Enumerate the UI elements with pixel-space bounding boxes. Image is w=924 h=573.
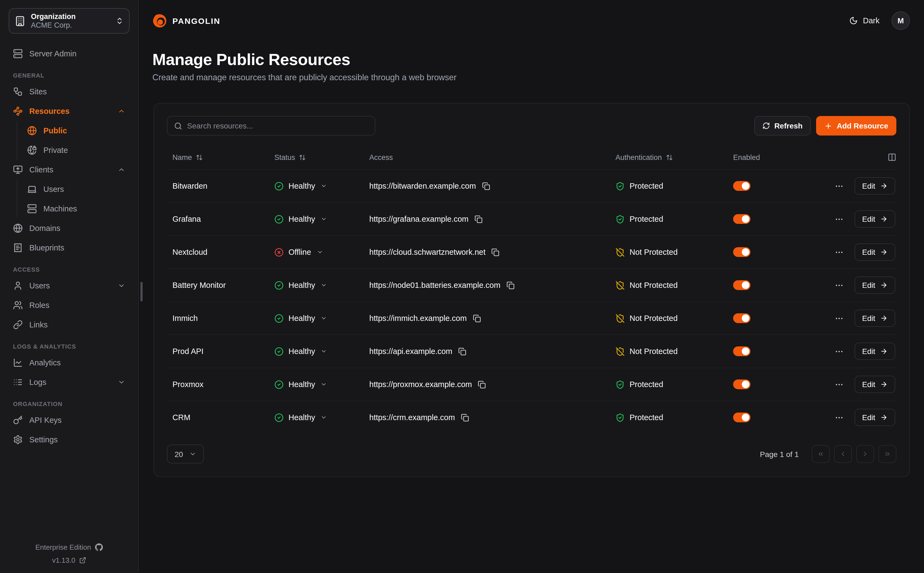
column-header-name[interactable]: Name bbox=[172, 153, 274, 161]
add-resource-button[interactable]: Add Resource bbox=[816, 116, 896, 136]
sort-icon bbox=[196, 154, 203, 161]
sidebar-scrollbar-thumb[interactable] bbox=[141, 282, 143, 301]
copy-url-button[interactable] bbox=[506, 281, 515, 289]
sidebar-item-settings[interactable]: Settings bbox=[9, 431, 130, 449]
organization-switcher[interactable]: Organization ACME Corp. bbox=[9, 8, 130, 34]
page-size-select[interactable]: 20 bbox=[167, 445, 204, 463]
row-menu-button[interactable] bbox=[835, 247, 844, 257]
sidebar-item-analytics[interactable]: Analytics bbox=[9, 354, 130, 372]
edit-label: Edit bbox=[862, 380, 875, 389]
sidebar-item-blueprints[interactable]: Blueprints bbox=[9, 238, 130, 257]
row-menu-button[interactable] bbox=[835, 214, 844, 224]
status-dropdown[interactable]: Healthy bbox=[274, 380, 327, 389]
arrow-right-icon bbox=[880, 315, 888, 322]
theme-toggle[interactable]: Dark bbox=[849, 16, 880, 25]
enabled-toggle[interactable] bbox=[733, 313, 750, 323]
github-icon[interactable] bbox=[95, 543, 103, 551]
row-menu-button[interactable] bbox=[835, 413, 844, 422]
enabled-toggle[interactable] bbox=[733, 181, 750, 191]
sidebar-section-organization: ORGANIZATION bbox=[13, 401, 125, 407]
copy-url-button[interactable] bbox=[473, 314, 481, 322]
avatar[interactable]: M bbox=[891, 11, 910, 30]
status-dropdown[interactable]: Healthy bbox=[274, 181, 327, 191]
main-content: PANGOLIN Dark M Manage Public Resources … bbox=[139, 0, 924, 573]
last-page-button[interactable] bbox=[879, 445, 896, 463]
copy-url-button[interactable] bbox=[492, 248, 500, 256]
copy-url-button[interactable] bbox=[478, 380, 486, 388]
resource-url[interactable]: https://grafana.example.com bbox=[369, 214, 468, 223]
sidebar-item-domains[interactable]: Domains bbox=[9, 219, 130, 238]
sidebar-item-resources[interactable]: Resources bbox=[9, 102, 130, 121]
edit-button[interactable]: Edit bbox=[855, 409, 895, 426]
refresh-icon bbox=[763, 122, 770, 130]
circle-check-icon bbox=[274, 380, 283, 389]
sidebar-item-logs[interactable]: Logs bbox=[9, 373, 130, 391]
status-label: Healthy bbox=[288, 281, 315, 290]
resource-url[interactable]: https://proxmox.example.com bbox=[369, 380, 472, 389]
copy-url-button[interactable] bbox=[461, 413, 469, 421]
sidebar-item-roles[interactable]: Roles bbox=[9, 296, 130, 315]
row-menu-button[interactable] bbox=[835, 314, 844, 323]
copy-url-button[interactable] bbox=[482, 182, 490, 190]
status-dropdown[interactable]: Healthy bbox=[274, 214, 327, 224]
copy-url-button[interactable] bbox=[458, 347, 466, 355]
sidebar-item-private[interactable]: Private bbox=[17, 141, 130, 160]
status-dropdown[interactable]: Offline bbox=[274, 247, 323, 257]
sidebar-item-public[interactable]: Public bbox=[17, 121, 130, 140]
status-dropdown[interactable]: Healthy bbox=[274, 413, 327, 422]
enabled-toggle[interactable] bbox=[733, 379, 750, 389]
refresh-button[interactable]: Refresh bbox=[754, 116, 811, 136]
row-menu-button[interactable] bbox=[835, 347, 844, 356]
resource-name: Proxmox bbox=[172, 380, 274, 389]
status-dropdown[interactable]: Healthy bbox=[274, 347, 327, 356]
row-menu-button[interactable] bbox=[835, 380, 844, 389]
enabled-toggle[interactable] bbox=[733, 247, 750, 257]
edit-button[interactable]: Edit bbox=[855, 177, 895, 195]
row-menu-button[interactable] bbox=[835, 280, 844, 290]
sidebar-item-server-admin[interactable]: Server Admin bbox=[9, 44, 130, 63]
row-menu-button[interactable] bbox=[835, 181, 844, 191]
server-icon bbox=[27, 204, 37, 214]
sidebar-item-users[interactable]: Users bbox=[9, 277, 130, 295]
search-input[interactable] bbox=[187, 121, 368, 130]
edit-button[interactable]: Edit bbox=[855, 343, 895, 360]
search-box bbox=[167, 116, 375, 136]
sidebar-item-label: Server Admin bbox=[29, 49, 77, 58]
enabled-toggle[interactable] bbox=[733, 214, 750, 224]
arrow-right-icon bbox=[880, 380, 888, 388]
enabled-toggle[interactable] bbox=[733, 413, 750, 422]
status-dropdown[interactable]: Healthy bbox=[274, 314, 327, 323]
sidebar-item-links[interactable]: Links bbox=[9, 316, 130, 334]
sidebar-item-clients[interactable]: Clients bbox=[9, 160, 130, 179]
auth-label: Protected bbox=[630, 413, 663, 422]
external-link-icon[interactable] bbox=[79, 557, 86, 564]
sidebar-item-sites[interactable]: Sites bbox=[9, 82, 130, 101]
edit-button[interactable]: Edit bbox=[855, 210, 895, 228]
edit-button[interactable]: Edit bbox=[855, 277, 895, 294]
table-body: Bitwarden Healthy https://bitwarden.exam… bbox=[167, 169, 896, 434]
edit-button[interactable]: Edit bbox=[855, 376, 895, 393]
sidebar-item-api-keys[interactable]: API Keys bbox=[9, 411, 130, 429]
column-header-authentication[interactable]: Authentication bbox=[615, 153, 733, 161]
column-header-status[interactable]: Status bbox=[274, 153, 369, 161]
arrow-right-icon bbox=[880, 182, 888, 190]
first-page-button[interactable] bbox=[812, 445, 830, 463]
edit-button[interactable]: Edit bbox=[855, 310, 895, 327]
resource-url[interactable]: https://api.example.com bbox=[369, 347, 452, 355]
column-settings-button[interactable] bbox=[888, 153, 896, 161]
enabled-toggle[interactable] bbox=[733, 280, 750, 290]
sidebar-item-users[interactable]: Users bbox=[17, 180, 130, 199]
resource-url[interactable]: https://cloud.schwartznetwork.net bbox=[369, 248, 485, 257]
edit-button[interactable]: Edit bbox=[855, 243, 895, 261]
enabled-toggle[interactable] bbox=[733, 346, 750, 356]
resource-url[interactable]: https://bitwarden.example.com bbox=[369, 182, 476, 190]
resource-url[interactable]: https://immich.example.com bbox=[369, 314, 467, 323]
resource-url[interactable]: https://crm.example.com bbox=[369, 413, 455, 422]
previous-page-button[interactable] bbox=[834, 445, 852, 463]
sidebar-item-machines[interactable]: Machines bbox=[17, 199, 130, 218]
copy-url-button[interactable] bbox=[475, 215, 482, 223]
resource-url[interactable]: https://node01.batteries.example.com bbox=[369, 281, 501, 290]
next-page-button[interactable] bbox=[856, 445, 874, 463]
status-dropdown[interactable]: Healthy bbox=[274, 280, 327, 290]
brand[interactable]: PANGOLIN bbox=[152, 13, 221, 28]
